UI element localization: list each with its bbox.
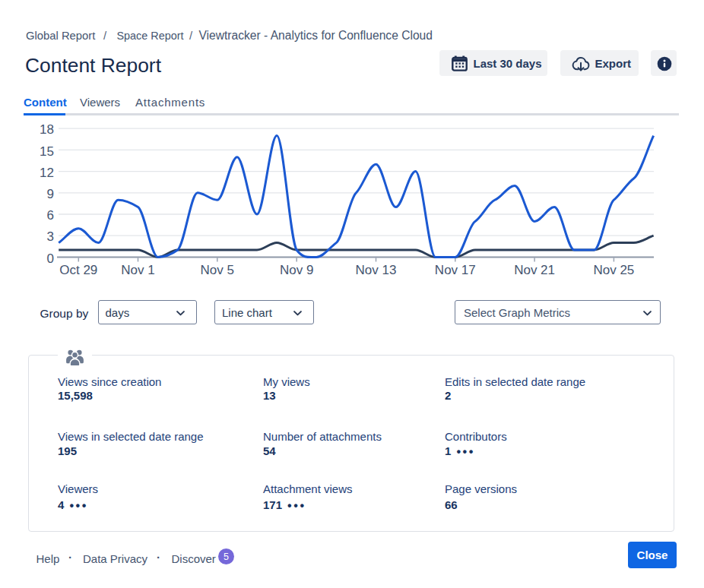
svg-text:6: 6: [47, 208, 54, 223]
svg-text:3: 3: [47, 229, 54, 244]
svg-text:9: 9: [47, 187, 54, 201]
svg-text:Oct 29: Oct 29: [59, 263, 97, 277]
svg-text:15: 15: [40, 144, 54, 159]
svg-text:0: 0: [47, 251, 54, 266]
svg-text:Nov 1: Nov 1: [121, 263, 154, 277]
svg-text:Nov 21: Nov 21: [514, 263, 555, 277]
svg-text:12: 12: [40, 166, 54, 180]
svg-text:Nov 17: Nov 17: [435, 263, 476, 277]
svg-text:18: 18: [40, 122, 54, 137]
svg-text:Nov 25: Nov 25: [593, 263, 634, 277]
svg-text:Nov 5: Nov 5: [201, 263, 234, 277]
svg-text:Nov 13: Nov 13: [356, 263, 397, 277]
svg-text:Nov 9: Nov 9: [280, 263, 313, 277]
